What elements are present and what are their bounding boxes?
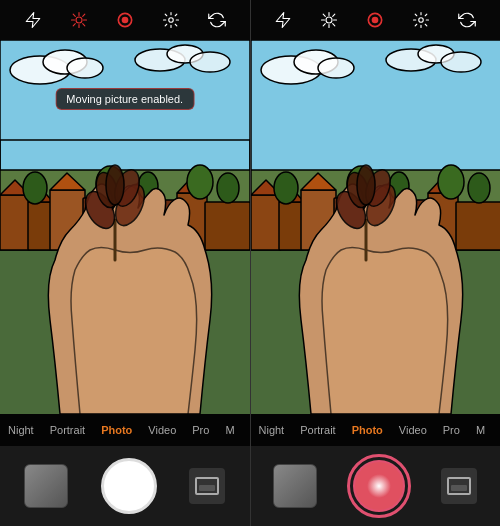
mode-night-left[interactable]: Night — [0, 424, 42, 436]
record-dot-right[interactable] — [363, 8, 387, 32]
motion-icon-left[interactable] — [67, 8, 91, 32]
gallery-icon-right — [447, 477, 471, 495]
svg-point-8 — [67, 58, 103, 78]
svg-point-0 — [76, 17, 82, 23]
svg-point-70 — [468, 173, 490, 203]
svg-rect-51 — [251, 195, 281, 250]
flash-icon-left[interactable] — [21, 8, 45, 32]
flip-icon-right[interactable] — [455, 8, 479, 32]
svg-point-39 — [326, 17, 332, 23]
svg-point-41 — [372, 17, 379, 24]
top-bar-left — [0, 0, 250, 40]
mode-m-right[interactable]: M — [468, 424, 493, 436]
viewfinder-right[interactable] — [251, 40, 501, 414]
mode-video-left[interactable]: Video — [140, 424, 184, 436]
shutter-button-right[interactable] — [347, 454, 411, 518]
mode-video-right[interactable]: Video — [391, 424, 435, 436]
record-dot-left[interactable] — [113, 8, 137, 32]
flip-icon-left[interactable] — [205, 8, 229, 32]
shutter-button-left[interactable] — [101, 458, 157, 514]
mode-bar-right: Night Portrait Photo Video Pro M — [251, 414, 501, 446]
mode-bar-left: Night Portrait Photo Video Pro M — [0, 414, 250, 446]
svg-point-42 — [419, 18, 424, 23]
notification-left: Moving picture enabled. — [55, 88, 194, 110]
svg-point-46 — [318, 58, 354, 78]
mode-m-left[interactable]: M — [217, 424, 242, 436]
thumbnail-preview-right[interactable] — [273, 464, 317, 508]
mode-pro-right[interactable]: Pro — [435, 424, 468, 436]
thumbnail-preview-left[interactable] — [24, 464, 68, 508]
svg-point-31 — [187, 165, 213, 199]
svg-point-32 — [217, 173, 239, 203]
svg-point-76 — [357, 165, 375, 205]
gallery-icon-left — [195, 477, 219, 495]
mode-night-right[interactable]: Night — [251, 424, 293, 436]
gallery-button-left[interactable] — [189, 468, 225, 504]
svg-rect-27 — [205, 202, 250, 250]
mode-pro-left[interactable]: Pro — [184, 424, 217, 436]
bottom-controls-right — [251, 446, 501, 526]
svg-rect-13 — [0, 195, 30, 250]
shutter-inner-right — [353, 460, 405, 512]
mode-portrait-right[interactable]: Portrait — [292, 424, 343, 436]
bottom-controls-left — [0, 446, 250, 526]
viewfinder-left[interactable]: Moving picture enabled. — [0, 40, 250, 414]
svg-point-3 — [168, 18, 173, 23]
camera-panel-right: Night Portrait Photo Video Pro M — [251, 0, 501, 526]
svg-point-11 — [190, 52, 230, 72]
mode-photo-right[interactable]: Photo — [344, 424, 391, 436]
top-bar-right — [251, 0, 501, 40]
svg-point-2 — [121, 17, 128, 24]
svg-rect-65 — [456, 202, 501, 250]
notification-text-left: Moving picture enabled. — [66, 93, 183, 105]
gallery-button-right[interactable] — [441, 468, 477, 504]
flash-icon-right[interactable] — [271, 8, 295, 32]
scene-svg-right — [251, 40, 501, 414]
svg-point-49 — [441, 52, 481, 72]
mode-portrait-left[interactable]: Portrait — [42, 424, 93, 436]
settings-icon-right[interactable] — [409, 8, 433, 32]
settings-icon-left[interactable] — [159, 8, 183, 32]
camera-panel-left: Moving picture enabled. Night Portrait P… — [0, 0, 250, 526]
svg-point-66 — [274, 172, 298, 204]
mode-photo-left[interactable]: Photo — [93, 424, 140, 436]
motion-icon-right[interactable] — [317, 8, 341, 32]
svg-point-28 — [23, 172, 47, 204]
svg-point-69 — [438, 165, 464, 199]
svg-point-38 — [106, 165, 124, 205]
